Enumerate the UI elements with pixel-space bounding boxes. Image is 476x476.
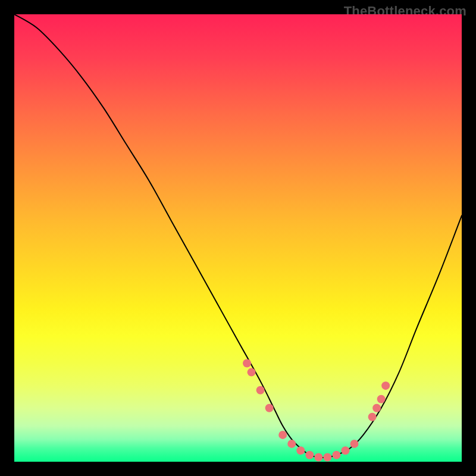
highlight-dot [377, 395, 386, 403]
highlight-dot [256, 386, 265, 394]
highlight-dot [287, 440, 296, 448]
bottleneck-curve [14, 14, 462, 458]
highlight-dot [265, 404, 274, 412]
highlight-dot [296, 446, 305, 455]
highlight-dot [372, 404, 381, 412]
highlight-dot [314, 453, 322, 461]
highlight-dot [341, 446, 349, 455]
highlight-dot [248, 368, 256, 377]
highlight-dot [323, 453, 331, 461]
highlight-dot [368, 413, 377, 421]
highlight-dot [381, 381, 390, 390]
highlight-dots-group [243, 359, 390, 462]
chart-plot-area [14, 14, 462, 462]
highlight-dot [350, 440, 359, 448]
chart-svg [14, 14, 462, 462]
highlight-dot [332, 451, 340, 459]
chart-frame: TheBottleneck.com [0, 0, 476, 476]
highlight-dot [305, 451, 314, 459]
highlight-dot [278, 431, 287, 439]
highlight-dot [243, 359, 251, 368]
